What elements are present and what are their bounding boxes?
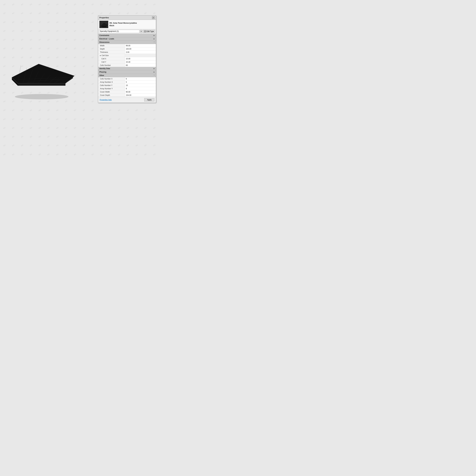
watermark-cell: RD xyxy=(7,34,19,46)
watermark-cell: RD xyxy=(60,139,72,152)
watermark-cell: RD xyxy=(86,34,99,46)
watermark-cell: RD xyxy=(43,148,55,159)
watermark-cell: RD xyxy=(69,16,81,28)
section-phasing-label: Phasing xyxy=(99,71,106,73)
prop-value-cell-x[interactable]: 15.00 xyxy=(125,57,156,60)
watermark-cell: RD xyxy=(86,139,99,152)
watermark-cell: RD xyxy=(78,95,90,107)
prop-row-cells-number: Cells Number 60 xyxy=(98,64,156,67)
apply-button[interactable]: Apply xyxy=(144,98,154,102)
watermark-cell: RD xyxy=(0,131,10,143)
prop-value-cell-y[interactable]: 15.40 xyxy=(125,60,156,64)
watermark-cell: RD xyxy=(113,148,125,159)
edit-type-button[interactable]: Edit Type xyxy=(143,30,155,33)
watermark-cell: RD xyxy=(16,131,28,143)
watermark-cell: RD xyxy=(78,139,90,152)
watermark-cell: RD xyxy=(7,7,19,19)
watermark-cell: RD xyxy=(122,131,134,143)
close-button[interactable]: × xyxy=(152,16,155,19)
prop-value-cells-number[interactable]: 60 xyxy=(125,64,156,67)
watermark-cell: RD xyxy=(34,7,46,19)
watermark-cell: RD xyxy=(78,51,90,63)
section-electrical-loads[interactable]: Electrical - Loads ≫ xyxy=(98,37,156,41)
watermark-cell: RD xyxy=(113,139,125,152)
prop-row-cover-width: Cover Width 90.00 xyxy=(98,90,156,94)
watermark-cell: RD xyxy=(86,86,99,99)
prop-value-cover-depth[interactable]: 154.00 xyxy=(125,94,156,97)
phasing-chevron-icon: ≫ xyxy=(153,71,155,73)
prop-value-array-number-y[interactable]: 9 xyxy=(125,87,156,90)
watermark-cell: RD xyxy=(86,51,99,63)
section-other[interactable]: Other ⌃ xyxy=(98,74,156,77)
panel-titlebar: Properties × xyxy=(98,16,156,20)
watermark-cell: RD xyxy=(60,34,72,46)
prop-value-thickness[interactable]: 3.00 xyxy=(125,51,156,54)
watermark-cell: RD xyxy=(25,139,37,152)
watermark-cell: RD xyxy=(43,113,55,125)
solar-panel-container xyxy=(9,51,74,102)
watermark-cell: RD xyxy=(51,34,63,46)
watermark-cell: RD xyxy=(34,122,46,134)
watermark-cell: RD xyxy=(86,60,99,72)
prop-row-cell-size: ▶ Cell Size xyxy=(98,54,156,57)
section-identity-data[interactable]: Identity Data ≫ xyxy=(98,67,156,70)
prop-label-depth: Depth xyxy=(98,47,125,51)
watermark-cell: RD xyxy=(78,7,90,19)
watermark-cell: RD xyxy=(95,104,107,116)
watermark-cell: RD xyxy=(104,131,116,143)
watermark-cell: RD xyxy=(16,139,28,152)
type-dropdown[interactable]: Specialty Equipment (1) xyxy=(99,30,139,33)
watermark-cell: RD xyxy=(148,148,159,159)
watermark-cell: RD xyxy=(43,7,55,19)
watermark-cell: RD xyxy=(34,131,46,143)
watermark-cell: RD xyxy=(51,139,63,152)
prop-label-cells-number-y: Cells Number Y xyxy=(98,84,125,87)
watermark-cell: RD xyxy=(113,0,125,10)
watermark-cell: RD xyxy=(78,148,90,159)
section-phasing[interactable]: Phasing ≫ xyxy=(98,70,156,74)
watermark-cell: RD xyxy=(25,122,37,134)
watermark-cell: RD xyxy=(60,148,72,159)
watermark-cell: RD xyxy=(16,7,28,19)
section-constraints-label: Constraints xyxy=(99,34,109,36)
prop-value-cover-width[interactable]: 90.00 xyxy=(125,90,156,93)
watermark-cell: RD xyxy=(0,148,10,159)
watermark-cell: RD xyxy=(51,104,63,116)
prop-value-array-number-x[interactable]: 5 xyxy=(125,81,156,84)
watermark-cell: RD xyxy=(16,104,28,116)
svg-marker-27 xyxy=(101,26,107,27)
watermark-cell: RD xyxy=(16,0,28,10)
watermark-cell: RD xyxy=(86,69,99,81)
watermark-cell: RD xyxy=(60,25,72,37)
prop-label-cover-depth: Cover Depth xyxy=(98,94,125,97)
section-other-label: Other xyxy=(99,74,104,76)
watermark-cell: RD xyxy=(7,148,19,159)
watermark-cell: RD xyxy=(139,139,152,152)
prop-value-cells-number-x[interactable]: 6 xyxy=(125,77,156,80)
prop-value-depth[interactable]: 163.00 xyxy=(125,47,156,51)
watermark-cell: RD xyxy=(25,131,37,143)
watermark-cell: RD xyxy=(139,0,152,10)
svg-marker-4 xyxy=(12,64,74,83)
dropdown-arrow-icon[interactable]: ▼ xyxy=(140,30,142,33)
watermark-cell: RD xyxy=(43,122,55,134)
section-dimensions[interactable]: Dimensions ⌃ xyxy=(98,41,156,44)
watermark-cell: RD xyxy=(78,78,90,90)
prop-label-cell-size[interactable]: ▶ Cell Size xyxy=(98,54,125,57)
watermark-cell: RD xyxy=(104,113,116,125)
prop-row-array-number-y: Array Number Y 9 xyxy=(98,87,156,90)
prop-value-cells-number-y[interactable]: 10 xyxy=(125,84,156,87)
bottom-bar: Properties help Apply xyxy=(98,97,156,103)
properties-help-link[interactable]: Properties help xyxy=(100,99,112,101)
watermark-cell: RD xyxy=(122,113,134,125)
watermark-cell: RD xyxy=(60,0,72,10)
prop-row-cell-y: Cell Y 15.40 xyxy=(98,60,156,64)
watermark-cell: RD xyxy=(78,69,90,81)
section-constraints[interactable]: Constraints ≫ xyxy=(98,34,156,37)
watermark-cell: RD xyxy=(86,122,99,134)
watermark-cell: RD xyxy=(86,148,99,159)
watermark-cell: RD xyxy=(69,113,81,125)
prop-value-cell-size xyxy=(125,54,156,57)
prop-value-width[interactable]: 99.00 xyxy=(125,44,156,47)
watermark-cell: RD xyxy=(86,0,99,10)
